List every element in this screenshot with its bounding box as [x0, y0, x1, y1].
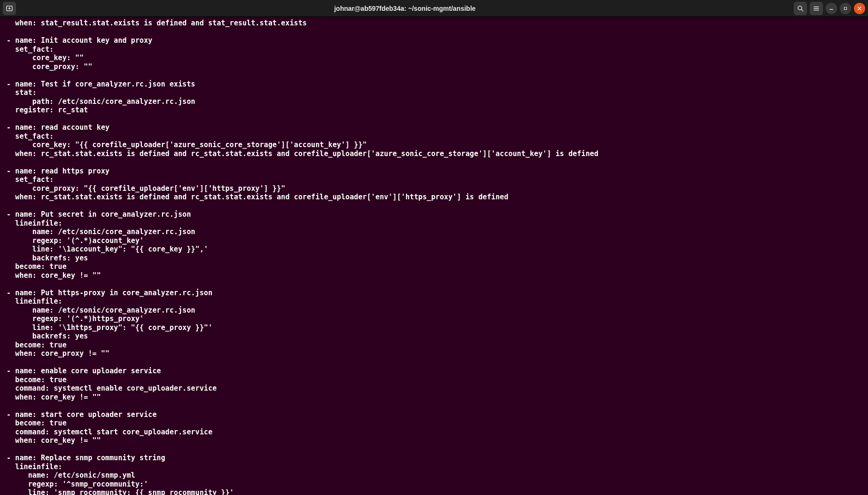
window-title: johnar@ab597fdeb34a: ~/sonic-mgmt/ansibl…	[16, 5, 794, 12]
minimize-icon	[829, 6, 834, 11]
svg-rect-2	[845, 7, 847, 9]
maximize-button[interactable]	[840, 3, 851, 14]
new-tab-button[interactable]	[3, 2, 16, 15]
terminal-window: johnar@ab597fdeb34a: ~/sonic-mgmt/ansibl…	[0, 0, 868, 495]
titlebar: johnar@ab597fdeb34a: ~/sonic-mgmt/ansibl…	[0, 0, 868, 17]
search-button[interactable]	[794, 2, 807, 15]
close-icon	[857, 6, 862, 11]
search-icon	[797, 5, 804, 12]
close-button[interactable]	[854, 3, 865, 14]
terminal-viewport[interactable]: when: stat_result.stat.exists is defined…	[0, 17, 868, 495]
hamburger-menu-icon	[813, 5, 820, 12]
terminal-content[interactable]: when: stat_result.stat.exists is defined…	[7, 19, 868, 495]
maximize-icon	[843, 6, 848, 11]
new-tab-icon	[6, 5, 13, 12]
menu-button[interactable]	[810, 2, 823, 15]
minimize-button[interactable]	[826, 3, 837, 14]
